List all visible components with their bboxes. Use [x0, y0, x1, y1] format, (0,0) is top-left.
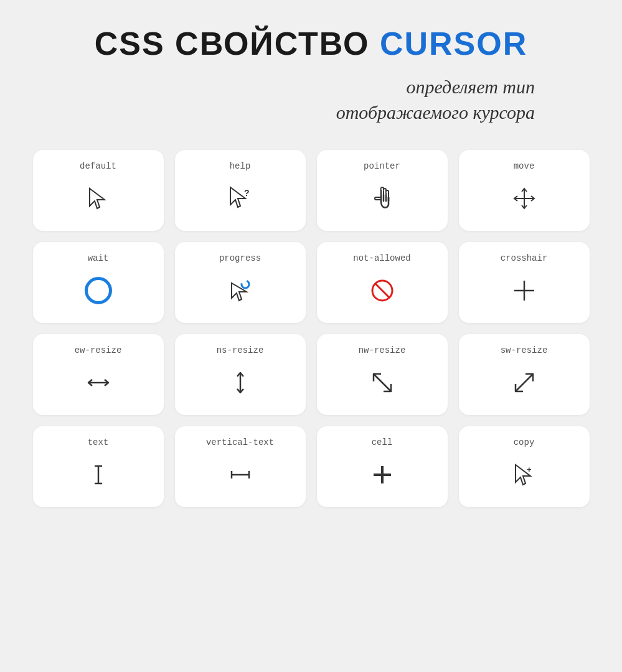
- title-prefix: CSS СВОЙСТВО: [95, 26, 380, 62]
- icon-vertical-text: [222, 456, 259, 493]
- icon-progress: [222, 272, 259, 309]
- card-crosshair: crosshair: [459, 242, 590, 323]
- icon-cell: [364, 456, 401, 493]
- label-default: default: [80, 161, 116, 171]
- card-ns-resize: ns-resize: [175, 334, 306, 415]
- label-move: move: [514, 161, 535, 171]
- card-not-allowed: not-allowed: [317, 242, 448, 323]
- card-move: move: [459, 150, 590, 231]
- icon-wait: [80, 272, 117, 309]
- card-default: default: [33, 150, 164, 231]
- card-help: help ?: [175, 150, 306, 231]
- label-help: help: [230, 161, 251, 171]
- icon-ew-resize: [80, 364, 117, 401]
- icon-not-allowed: [364, 272, 401, 309]
- label-nw-resize: nw-resize: [359, 345, 406, 355]
- card-progress: progress: [175, 242, 306, 323]
- label-cell: cell: [372, 437, 393, 447]
- label-sw-resize: sw-resize: [501, 345, 548, 355]
- label-not-allowed: not-allowed: [353, 253, 410, 263]
- icon-move: [506, 180, 543, 217]
- icon-default: [80, 180, 117, 217]
- label-ns-resize: ns-resize: [217, 345, 264, 355]
- card-sw-resize: sw-resize: [459, 334, 590, 415]
- label-vertical-text: vertical-text: [206, 437, 274, 447]
- wait-circle: [85, 277, 112, 304]
- card-nw-resize: nw-resize: [317, 334, 448, 415]
- svg-line-11: [516, 374, 533, 391]
- icon-nw-resize: [364, 364, 401, 401]
- icon-copy: +: [506, 456, 543, 493]
- svg-line-10: [374, 374, 391, 391]
- icon-text: [80, 456, 117, 493]
- label-progress: progress: [219, 253, 261, 263]
- subtitle-block: определяет типотображаемого курсора: [336, 75, 535, 125]
- label-wait: wait: [88, 253, 109, 263]
- card-wait: wait: [33, 242, 164, 323]
- svg-text:?: ?: [244, 188, 250, 198]
- label-ew-resize: ew-resize: [75, 345, 122, 355]
- title-highlight: CURSOR: [380, 26, 527, 62]
- icon-help: ?: [222, 180, 259, 217]
- label-crosshair: crosshair: [501, 253, 548, 263]
- icon-ns-resize: [222, 364, 259, 401]
- card-text: text: [33, 426, 164, 507]
- card-vertical-text: vertical-text: [175, 426, 306, 507]
- card-pointer: pointer: [317, 150, 448, 231]
- card-copy: copy +: [459, 426, 590, 507]
- cursor-grid: default help ? pointer: [33, 150, 590, 507]
- icon-crosshair: [506, 272, 543, 309]
- svg-text:+: +: [527, 465, 532, 474]
- icon-sw-resize: [506, 364, 543, 401]
- label-copy: copy: [514, 437, 535, 447]
- page-title: CSS СВОЙСТВО CURSOR: [95, 25, 528, 62]
- title-block: CSS СВОЙСТВО CURSOR: [95, 25, 528, 62]
- subtitle-text: определяет типотображаемого курсора: [336, 75, 535, 125]
- page-container: CSS СВОЙСТВО CURSOR определяет типотобра…: [0, 0, 622, 672]
- card-ew-resize: ew-resize: [33, 334, 164, 415]
- icon-pointer: [364, 180, 401, 217]
- card-cell: cell: [317, 426, 448, 507]
- label-pointer: pointer: [364, 161, 400, 171]
- label-text: text: [88, 437, 109, 447]
- svg-point-3: [242, 281, 249, 288]
